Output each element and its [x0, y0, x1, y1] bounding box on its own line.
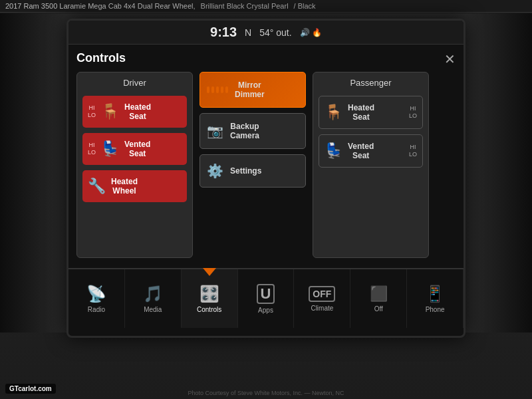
backup-camera-button[interactable]: 📷 BackupCamera	[200, 113, 306, 149]
passenger-vented-seat-button[interactable]: 💺 VentedSeat HI LO	[319, 134, 423, 168]
off-label: Off	[374, 305, 383, 313]
passenger-heated-seat-button[interactable]: 🪑 HeatedSeat HI LO	[319, 96, 423, 129]
media-icon: 🎵	[143, 285, 163, 303]
status-icons: 🔊 🔥	[300, 28, 322, 37]
passenger-vented-seat-hilo: HI LO	[409, 144, 417, 158]
color-full: Brilliant Black Crystal Pearl	[201, 2, 289, 10]
nav-item-radio[interactable]: 📡 Radio	[68, 269, 125, 328]
climate-label: Climate	[311, 305, 333, 312]
status-bar: 9:13 N 54° out. 🔊 🔥	[68, 21, 464, 45]
driver-vented-seat-hilo: HI LO	[88, 142, 96, 156]
media-label: Media	[144, 306, 162, 313]
climate-icon: OFF	[309, 286, 335, 302]
driver-vented-seat-label: VentedSeat	[124, 140, 150, 158]
controls-title: Controls	[76, 51, 456, 65]
radio-label: Radio	[88, 306, 105, 313]
compass: N	[245, 27, 251, 38]
passenger-heated-seat-hilo: HI LO	[409, 105, 417, 120]
temperature: 54° out.	[259, 27, 291, 38]
vented-seat-icon: 💺	[101, 140, 119, 158]
heated-seat-icon: 🪑	[101, 103, 119, 120]
backup-camera-icon: 📷	[207, 123, 223, 139]
clock: 9:13	[210, 25, 237, 40]
nav-bar: 📡 Radio 🎵 Media 🎛️ Controls U Apps OFF C…	[68, 268, 464, 328]
settings-label: Settings	[230, 166, 261, 176]
passenger-section: Passenger 🪑 HeatedSeat HI LO 💺 VentedSea…	[313, 72, 429, 258]
driver-title: Driver	[82, 78, 187, 88]
color-trim: / Black	[294, 2, 316, 10]
nav-item-off[interactable]: ⬛ Off	[350, 269, 407, 328]
apps-label: Apps	[258, 307, 273, 314]
close-button[interactable]: ✕	[444, 51, 456, 67]
nav-item-apps[interactable]: U Apps	[238, 269, 295, 328]
radio-icon: 📡	[86, 285, 106, 303]
nav-item-phone[interactable]: 📱 Phone	[407, 269, 464, 328]
driver-heated-seat-button[interactable]: HI LO 🪑 HeatedSeat	[82, 96, 187, 128]
backup-camera-label: BackupCamera	[230, 122, 259, 140]
passenger-heated-seat-label: HeatedSeat	[348, 103, 374, 122]
nav-item-climate[interactable]: OFF Climate	[294, 269, 350, 328]
mirror-dimmer-label: MirrorDimmer	[235, 80, 265, 99]
driver-heated-wheel-button[interactable]: 🔧 HeatedWheel	[82, 170, 187, 202]
heated-wheel-icon: 🔧	[88, 178, 106, 195]
middle-section: MirrorDimmer 📷 BackupCamera ⚙️ Settings	[200, 72, 306, 258]
passenger-vented-seat-icon: 💺	[325, 142, 342, 160]
settings-button[interactable]: ⚙️ Settings	[200, 154, 306, 188]
passenger-title: Passenger	[319, 78, 423, 88]
settings-icon: ⚙️	[207, 163, 223, 179]
driver-heated-seat-label: HeatedSeat	[124, 102, 151, 121]
header-bar: 2017 Ram 3500 Laramie Mega Cab 4x4 Dual …	[0, 0, 532, 13]
controls-content: Driver HI LO 🪑 HeatedSeat HI LO	[76, 72, 456, 258]
page-title: 2017 Ram 3500 Laramie Mega Cab 4x4 Dual …	[5, 2, 196, 10]
controls-main: Controls ✕ Driver HI LO 🪑 HeatedSeat	[68, 45, 464, 268]
driver-heated-wheel-label: HeatedWheel	[111, 177, 138, 196]
nav-item-controls[interactable]: 🎛️ Controls	[182, 269, 238, 328]
photo-credit: Photo Courtesy of Steve White Motors, In…	[0, 390, 532, 396]
mirror-dimmer-button[interactable]: MirrorDimmer	[200, 72, 306, 108]
driver-section: Driver HI LO 🪑 HeatedSeat HI LO	[76, 72, 193, 258]
car-interior-left	[0, 13, 66, 332]
phone-icon: 📱	[425, 285, 445, 303]
passenger-heated-seat-icon: 🪑	[325, 104, 342, 121]
off-icon: ⬛	[370, 285, 388, 303]
controls-icon: 🎛️	[200, 285, 219, 303]
driver-vented-seat-button[interactable]: HI LO 💺 VentedSeat	[82, 133, 187, 165]
driver-heated-seat-hilo: HI LO	[88, 104, 96, 119]
controls-nav-label: Controls	[197, 306, 221, 313]
car-interior-right	[466, 13, 532, 332]
phone-label: Phone	[426, 306, 445, 313]
passenger-vented-seat-label: VentedSeat	[348, 142, 374, 160]
apps-icon: U	[257, 284, 275, 304]
infotainment-screen: 9:13 N 54° out. 🔊 🔥 Controls ✕ Driver HI…	[66, 19, 466, 338]
nav-item-media[interactable]: 🎵 Media	[125, 269, 182, 328]
mirror-dimmer-icon	[207, 84, 228, 95]
